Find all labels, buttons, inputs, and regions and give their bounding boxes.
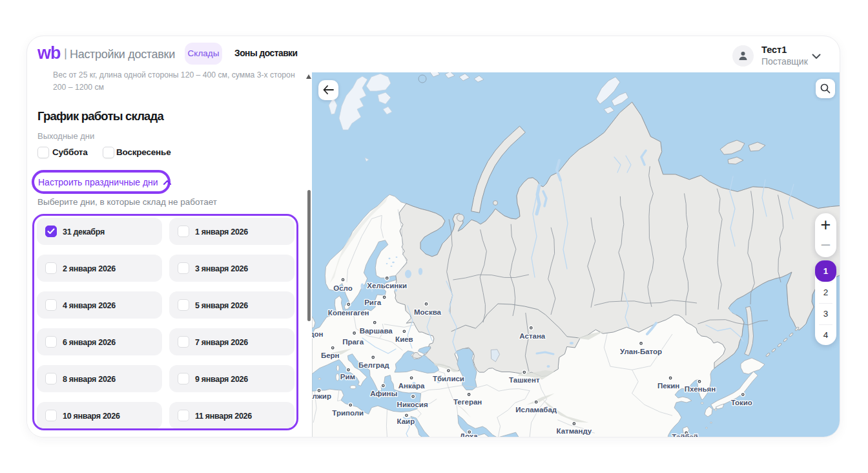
svg-text:Осло: Осло [333,284,353,292]
svg-text:Ташкент: Ташкент [509,376,540,384]
svg-text:Варшава: Варшава [360,327,393,335]
svg-text:Копенгаген: Копенгаген [328,309,369,317]
svg-text:Пхеньян: Пхеньян [685,385,716,393]
svg-text:Исламабад: Исламабад [515,406,557,414]
svg-text:Лондон: Лондон [312,330,324,338]
svg-text:Доха: Доха [460,432,478,437]
svg-text:Рим: Рим [340,373,355,381]
svg-text:Прага: Прага [342,338,364,346]
svg-text:Тайбэй: Тайбэй [672,433,698,437]
svg-text:Катманду: Катманду [557,427,592,435]
svg-text:Токио: Токио [731,399,752,406]
svg-text:Триполи: Триполи [332,409,364,417]
svg-text:Москва: Москва [414,308,442,316]
svg-text:Анкара: Анкара [398,382,425,390]
svg-text:Тбилиси: Тбилиси [433,375,464,383]
svg-text:Киев: Киев [395,335,413,343]
svg-text:Рига: Рига [364,299,382,306]
svg-text:Алжир: Алжир [312,392,331,400]
svg-text:Берн: Берн [321,352,340,359]
svg-text:Никосия: Никосия [397,401,428,408]
svg-text:Пекин: Пекин [657,382,679,390]
svg-text:Хельсинки: Хельсинки [367,282,407,289]
svg-text:Каир: Каир [397,417,415,425]
svg-text:Тегеран: Тегеран [453,398,482,406]
svg-text:Астана: Астана [519,332,546,340]
svg-text:Улан-Батор: Улан-Батор [620,348,662,355]
svg-text:Афины: Афины [370,390,397,397]
svg-text:Белград: Белград [358,361,389,369]
